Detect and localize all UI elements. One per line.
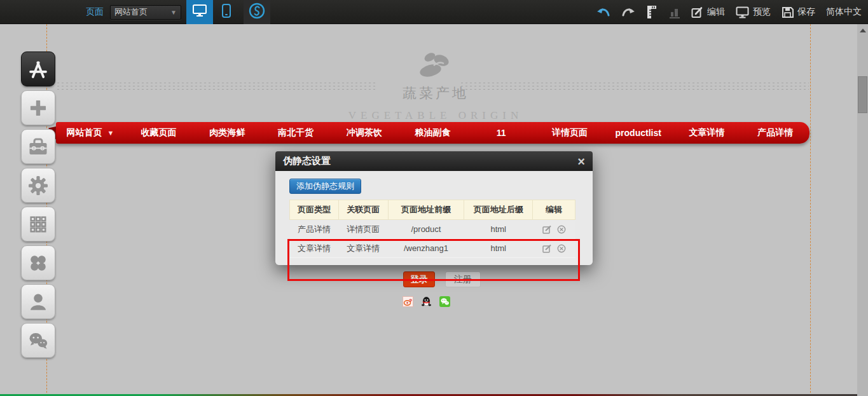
col-url-prefix: 页面地址前缀 [388, 200, 464, 220]
cell-url-suffix: html [464, 220, 533, 239]
mobile-icon [222, 4, 231, 20]
stats-button[interactable] [669, 6, 680, 18]
guide-line-right [810, 24, 811, 396]
main-nav: 网站首页▼ 收藏页面 肉类海鲜 南北干货 冲调茶饮 粮油副食 11 详情页面 p… [56, 122, 809, 144]
cell-url-prefix: /wenzhang1 [388, 239, 464, 258]
table-row: 文章详情 文章详情 /wenzhang1 html [290, 239, 575, 258]
col-url-suffix: 页面地址后缀 [464, 200, 533, 220]
nav-item-detail-page[interactable]: 详情页面 [535, 127, 604, 139]
save-label: 保存 [797, 6, 815, 18]
app-view-button[interactable] [244, 0, 270, 24]
chat-bubbles-icon [27, 331, 50, 351]
dialog-body: 添加伪静态规则 页面类型 关联页面 页面地址前缀 页面地址后缀 编辑 产品详情 … [275, 171, 593, 265]
register-button[interactable]: 注册 [445, 271, 481, 287]
rules-table: 页面类型 关联页面 页面地址前缀 页面地址后缀 编辑 产品详情 详情页面 /pr… [289, 200, 575, 258]
save-button[interactable]: 保存 [782, 6, 815, 18]
social-login-row [403, 296, 450, 307]
toolbar-left-group: 页面 网站首页 ▼ [86, 0, 270, 24]
dialog-title: 伪静态设置 [283, 155, 577, 167]
sidebar-item-modules[interactable] [21, 207, 55, 242]
cell-url-prefix: /product [388, 220, 464, 239]
nav-item-dry-goods[interactable]: 南北干货 [261, 127, 330, 139]
login-register-group: 登录 注册 [403, 271, 481, 287]
edit-row-icon[interactable] [542, 244, 551, 253]
top-toolbar: 页面 网站首页 ▼ [0, 0, 868, 24]
dotted-divider-left [56, 81, 377, 90]
sidebar-item-toolbox[interactable] [21, 129, 55, 164]
nav-item-grain-oil[interactable]: 粮油副食 [399, 127, 467, 139]
close-icon[interactable]: × [577, 155, 585, 168]
cell-page-type: 文章详情 [290, 239, 339, 258]
desktop-icon [193, 4, 207, 20]
logo-title: 蔬菜产地 [347, 84, 525, 103]
col-linked-page: 关联页面 [338, 200, 388, 220]
sidebar-item-members[interactable] [21, 284, 55, 319]
cell-url-suffix: html [464, 239, 533, 258]
login-button[interactable]: 登录 [403, 271, 435, 287]
scroll-up-icon[interactable] [860, 29, 866, 32]
app-studio-icon [27, 58, 50, 80]
weibo-icon[interactable] [403, 296, 413, 307]
ruler-icon [645, 5, 658, 19]
editor-sidebar [21, 51, 55, 362]
redo-button[interactable] [621, 7, 635, 17]
gear-icon [27, 174, 50, 197]
edit-row-icon[interactable] [542, 225, 551, 234]
plus-icon [27, 97, 49, 119]
sidebar-item-plugins[interactable] [21, 245, 55, 280]
nav-item-article-detail[interactable]: 文章详情 [673, 127, 741, 139]
sidebar-item-settings[interactable] [21, 168, 55, 203]
nav-item-tea-drinks[interactable]: 冲调茶饮 [330, 127, 399, 139]
dialog-header[interactable]: 伪静态设置 × [275, 151, 593, 171]
clover-icon [27, 252, 49, 274]
page-label: 页面 [86, 6, 104, 18]
column-chart-icon [669, 6, 680, 18]
nav-item-favorites[interactable]: 收藏页面 [125, 127, 193, 139]
preview-button[interactable]: 预览 [736, 6, 771, 18]
scrollbar-thumb[interactable] [858, 76, 867, 113]
table-header-row: 页面类型 关联页面 页面地址前缀 页面地址后缀 编辑 [290, 200, 575, 220]
sidebar-item-wechat[interactable] [21, 323, 55, 358]
language-switcher[interactable]: 简体中文 [826, 6, 862, 18]
preview-label: 预览 [753, 6, 771, 18]
delete-row-icon[interactable] [557, 225, 566, 234]
edit-button[interactable]: 编辑 [691, 6, 725, 18]
preview-icon [736, 6, 749, 18]
chevron-down-icon: ▼ [107, 129, 114, 137]
delete-row-icon[interactable] [557, 244, 566, 253]
redo-icon [621, 7, 635, 17]
table-row: 产品详情 详情页面 /product html [290, 220, 575, 239]
nav-item-home[interactable]: 网站首页▼ [56, 127, 125, 139]
sidebar-item-app-studio[interactable] [21, 51, 55, 86]
pseudo-static-settings-dialog: 伪静态设置 × 添加伪静态规则 页面类型 关联页面 页面地址前缀 页面地址后缀 … [275, 151, 593, 265]
page-selector-value: 网站首页 [114, 6, 170, 18]
edit-label: 编辑 [707, 6, 725, 18]
cell-page-type: 产品详情 [290, 220, 339, 239]
undo-button[interactable] [597, 7, 610, 17]
logo-subtitle: VEGETABLE ORIGIN [347, 109, 525, 122]
qq-icon[interactable] [421, 296, 432, 307]
add-rule-button[interactable]: 添加伪静态规则 [289, 179, 361, 194]
cell-linked-page: 文章详情 [338, 239, 388, 258]
ruler-button[interactable] [645, 5, 658, 19]
vertical-scrollbar[interactable] [857, 24, 868, 396]
mobile-view-button[interactable] [213, 0, 240, 24]
user-icon [27, 291, 49, 313]
toolbox-icon [27, 136, 50, 158]
page-selector-dropdown[interactable]: 网站首页 ▼ [110, 5, 181, 20]
edit-icon [691, 6, 703, 18]
grid-icon [27, 214, 49, 235]
sidebar-item-add[interactable] [21, 90, 55, 125]
app-circle-icon [249, 3, 265, 22]
desktop-view-button[interactable] [186, 0, 213, 24]
col-page-type: 页面类型 [290, 200, 339, 220]
nav-item-meat-seafood[interactable]: 肉类海鲜 [193, 127, 261, 139]
wechat-icon[interactable] [439, 296, 450, 307]
nav-item-product-detail[interactable]: 产品详情 [741, 127, 809, 139]
nav-item-productlist[interactable]: productlist [604, 128, 673, 138]
undo-icon [597, 7, 610, 17]
site-logo: 蔬菜产地 VEGETABLE ORIGIN [347, 50, 525, 122]
chevron-down-icon: ▼ [170, 9, 177, 16]
cell-linked-page: 详情页面 [338, 220, 388, 239]
nav-item-11[interactable]: 11 [467, 128, 535, 138]
